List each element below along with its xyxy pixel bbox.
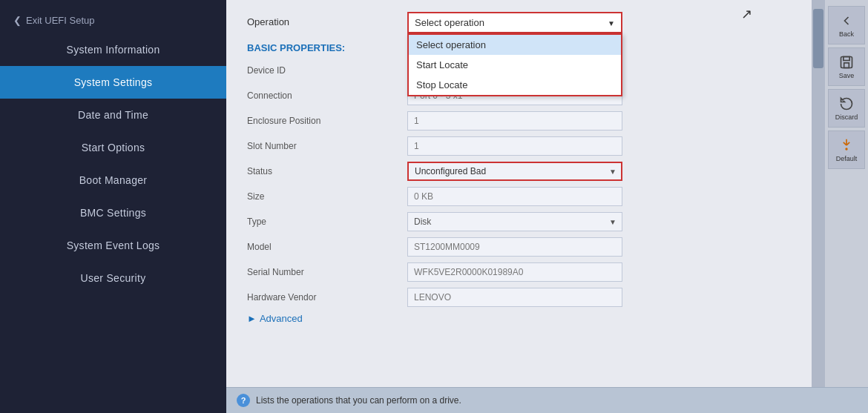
option-start-locate[interactable]: Start Locate	[409, 55, 621, 75]
input-slot-number[interactable]	[407, 136, 622, 156]
sidebar-item-system-settings[interactable]: System Settings	[0, 66, 226, 99]
operation-select-box[interactable]: Select operation ▼	[407, 12, 622, 33]
default-button[interactable]: Default	[828, 130, 865, 169]
label-connection: Connection	[247, 90, 395, 101]
discard-icon	[839, 96, 854, 111]
save-icon	[839, 55, 854, 70]
sidebar-item-date-and-time[interactable]: Date and Time	[0, 99, 226, 131]
input-hardware-vendor[interactable]	[407, 288, 622, 307]
sidebar-item-boot-manager[interactable]: Boot Manager	[0, 164, 226, 196]
content-wrapper: ↗ Operation Select operation ▼ Select op…	[226, 0, 868, 387]
operation-dropdown-container: Select operation ▼ Select operation Star…	[407, 12, 791, 33]
sidebar-item-system-event-logs[interactable]: System Event Logs	[0, 229, 226, 262]
field-row-serial-number: Serial Number	[247, 262, 791, 282]
help-icon: ?	[237, 394, 250, 407]
input-size[interactable]	[407, 187, 622, 206]
label-device-id: Device ID	[247, 65, 395, 76]
field-row-type: Type Disk SSD NVMe ▼	[247, 212, 791, 231]
advanced-label: Advanced	[260, 313, 303, 324]
option-stop-locate[interactable]: Stop Locate	[409, 75, 621, 95]
label-size: Size	[247, 191, 395, 202]
field-row-hardware-vendor: Hardware Vendor	[247, 288, 791, 307]
back-button[interactable]: Back	[828, 6, 865, 44]
field-row-status: Status Unconfigured Bad Configured Onlin…	[247, 162, 791, 181]
sidebar-item-system-information[interactable]: System Information	[0, 33, 226, 66]
save-button[interactable]: Save	[828, 47, 865, 86]
field-row-model: Model	[247, 237, 791, 257]
operation-label: Operation	[247, 12, 395, 27]
default-icon	[839, 138, 854, 153]
help-text: Lists the operations that you can perfor…	[256, 395, 461, 406]
right-toolbar: Back Save Discard	[825, 0, 868, 387]
operation-row: Operation Select operation ▼ Select oper…	[247, 12, 791, 33]
label-type: Type	[247, 217, 395, 227]
label-enclosure-position: Enclosure Position	[247, 116, 395, 126]
default-label: Default	[836, 155, 858, 162]
label-hardware-vendor: Hardware Vendor	[247, 292, 395, 303]
main-area: ↗ Operation Select operation ▼ Select op…	[226, 0, 868, 413]
discard-label: Discard	[835, 113, 858, 121]
back-icon	[839, 13, 854, 28]
status-select[interactable]: Unconfigured Bad Configured Online Offli…	[407, 162, 622, 181]
field-row-enclosure-position: Enclosure Position	[247, 111, 791, 130]
exit-uefi-button[interactable]: ❮ Exit UEFI Setup	[0, 7, 226, 33]
back-label: Back	[839, 30, 854, 38]
bottom-help-bar: ? Lists the operations that you can perf…	[226, 387, 868, 413]
field-row-slot-number: Slot Number	[247, 136, 791, 156]
input-model[interactable]	[407, 237, 622, 257]
operation-selected-value: Select operation	[415, 17, 484, 28]
label-slot-number: Slot Number	[247, 141, 395, 151]
label-model: Model	[247, 242, 395, 252]
input-enclosure-position[interactable]	[407, 111, 622, 130]
label-serial-number: Serial Number	[247, 267, 395, 277]
field-row-size: Size	[247, 187, 791, 206]
sidebar-item-bmc-settings[interactable]: BMC Settings	[0, 196, 226, 229]
sidebar-item-user-security[interactable]: User Security	[0, 262, 226, 294]
sidebar: ❮ Exit UEFI Setup System Information Sys…	[0, 0, 226, 413]
svg-rect-1	[844, 56, 849, 60]
form-panel: ↗ Operation Select operation ▼ Select op…	[226, 0, 812, 387]
input-serial-number[interactable]	[407, 262, 622, 282]
type-select-wrapper: Disk SSD NVMe ▼	[407, 212, 622, 231]
type-select[interactable]: Disk SSD NVMe	[407, 212, 622, 231]
exit-label: Exit UEFI Setup	[26, 15, 94, 26]
status-select-wrapper: Unconfigured Bad Configured Online Offli…	[407, 162, 622, 181]
advanced-link[interactable]: ► Advanced	[247, 313, 791, 324]
scrollbar-track[interactable]	[812, 0, 825, 387]
dropdown-arrow-icon: ▼	[608, 19, 615, 27]
operation-dropdown-menu: Select operation Start Locate Stop Locat…	[407, 33, 622, 96]
svg-rect-2	[844, 62, 849, 67]
sidebar-item-start-options[interactable]: Start Options	[0, 131, 226, 164]
discard-button[interactable]: Discard	[828, 89, 865, 128]
save-label: Save	[839, 72, 855, 79]
chevron-right-icon: ►	[247, 313, 257, 324]
svg-point-3	[845, 148, 847, 150]
scrollbar-thumb[interactable]	[813, 9, 823, 68]
label-status: Status	[247, 166, 395, 176]
option-select-operation[interactable]: Select operation	[409, 35, 621, 55]
chevron-left-icon: ❮	[13, 15, 22, 26]
